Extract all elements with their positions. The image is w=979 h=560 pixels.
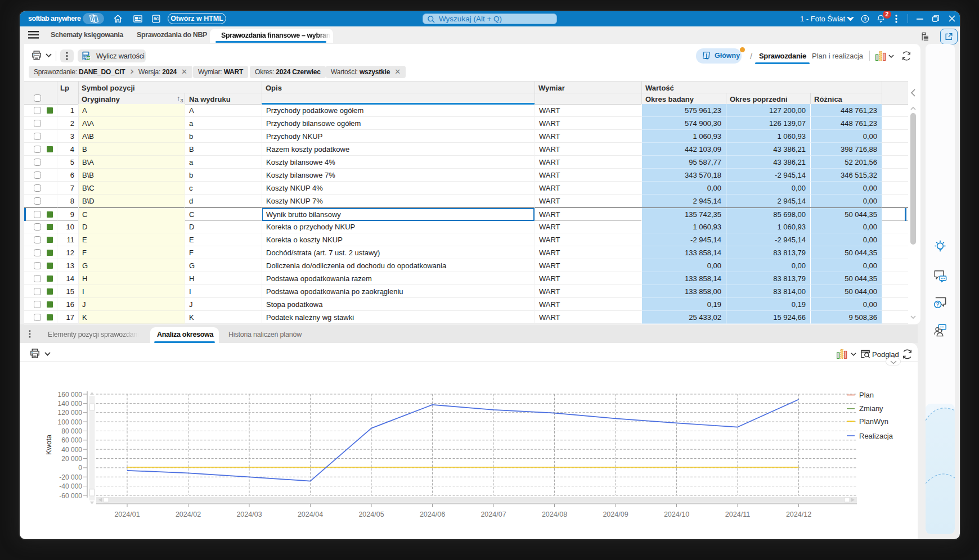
svg-text:2024/05: 2024/05 [358,511,384,518]
svg-text:2024/09: 2024/09 [603,511,628,518]
svg-text:120 000: 120 000 [58,409,83,417]
svg-text:2024/12: 2024/12 [786,511,811,518]
svg-text:2024/04: 2024/04 [298,511,323,518]
svg-text:Zmiany: Zmiany [859,404,883,413]
svg-text:Kwota: Kwota [44,434,53,455]
svg-text:BC: BC [154,17,159,21]
svg-text:60 000: 60 000 [61,436,82,444]
svg-text:0: 0 [78,464,82,472]
svg-text:80 000: 80 000 [61,427,82,435]
svg-text:2024/10: 2024/10 [664,511,689,518]
svg-text:40 000: 40 000 [61,446,82,454]
svg-text:?: ? [936,301,940,308]
svg-text:100 000: 100 000 [58,418,83,426]
svg-text:2024/01: 2024/01 [114,511,140,518]
svg-text:2024/02: 2024/02 [176,511,201,518]
svg-text:-60 000: -60 000 [59,492,82,500]
svg-text:2024/07: 2024/07 [480,511,506,518]
svg-text:2024/11: 2024/11 [725,511,750,518]
svg-text:-20 000: -20 000 [59,473,82,481]
svg-text:2024/03: 2024/03 [236,511,262,518]
svg-text:140 000: 140 000 [58,400,83,408]
svg-text:20 000: 20 000 [61,455,82,463]
svg-text:160 000: 160 000 [58,391,83,399]
svg-text:2024/08: 2024/08 [542,511,567,518]
svg-text:?: ? [864,16,866,22]
svg-text:Realizacja: Realizacja [859,432,893,440]
svg-text:PlanWyn: PlanWyn [859,417,888,426]
svg-text:2024/06: 2024/06 [420,511,445,518]
svg-text:-40 000: -40 000 [59,482,82,490]
svg-text:Plan: Plan [859,391,874,399]
